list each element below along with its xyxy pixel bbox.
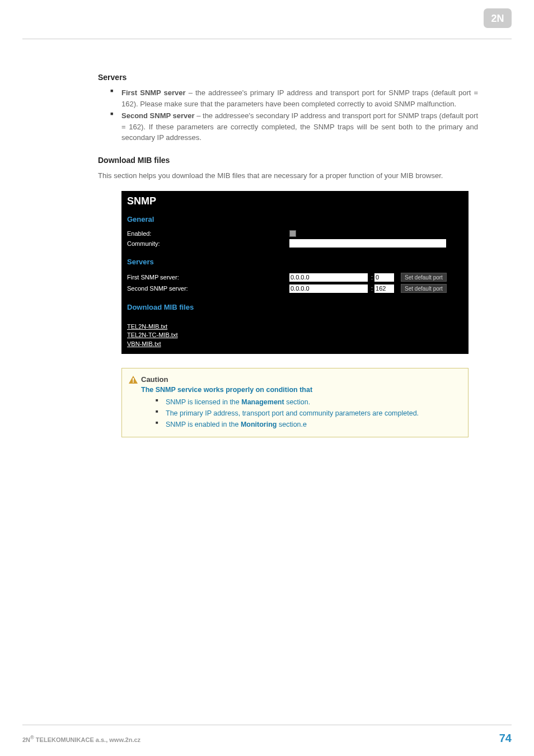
download-mib-heading: Download MIB files xyxy=(98,156,478,165)
first-snmp-ip-input[interactable] xyxy=(289,273,368,282)
community-label: Community: xyxy=(127,240,289,247)
brand-logo: 2N xyxy=(484,8,512,28)
set-default-port-button[interactable]: Set default port xyxy=(401,273,447,282)
second-snmp-label: Second SNMP server: xyxy=(127,285,289,292)
second-snmp-ip-input[interactable] xyxy=(289,284,368,293)
page-number: 74 xyxy=(499,732,512,745)
first-snmp-label: First SNMP server: xyxy=(127,274,289,281)
caution-item: SNMP is enabled in the Monitoring sectio… xyxy=(166,419,460,430)
first-snmp-port-input[interactable] xyxy=(374,273,394,282)
general-section-label: General xyxy=(127,215,463,223)
snmp-config-screenshot: SNMP General Enabled: Community: Servers… xyxy=(121,191,469,354)
servers-heading: Servers xyxy=(98,73,478,82)
caution-item: The primary IP address, transport port a… xyxy=(166,408,460,419)
mib-file-link[interactable]: TEL2N-TC-MIB.txt xyxy=(127,331,463,339)
snmp-title: SNMP xyxy=(127,195,463,207)
mib-file-link[interactable]: VBN-MIB.txt xyxy=(127,340,463,348)
list-item: Second SNMP server – the addressee's sec… xyxy=(121,110,478,143)
second-snmp-port-input[interactable] xyxy=(374,284,394,293)
caution-item: SNMP is licensed in the Management secti… xyxy=(166,397,460,408)
colon-separator: : xyxy=(371,285,373,292)
list-item: First SNMP server – the addressee's prim… xyxy=(121,87,478,109)
svg-rect-3 xyxy=(133,381,134,382)
colon-separator: : xyxy=(371,274,373,281)
caution-subtitle: The SNMP service works properly on condi… xyxy=(141,386,460,394)
mib-file-link[interactable]: TEL2N-MIB.txt xyxy=(127,323,463,331)
caution-admonition: Caution The SNMP service works properly … xyxy=(121,368,469,437)
set-default-port-button[interactable]: Set default port xyxy=(401,284,447,293)
svg-text:2N: 2N xyxy=(491,13,504,24)
enabled-label: Enabled: xyxy=(127,230,289,237)
enabled-checkbox[interactable] xyxy=(289,230,296,237)
footer-company: 2N® TELEKOMUNIKACE a.s., www.2n.cz xyxy=(22,735,140,743)
caution-title: Caution xyxy=(141,375,460,384)
servers-section-label: Servers xyxy=(127,258,463,266)
download-mib-intro: This section helps you download the MIB … xyxy=(98,170,478,181)
svg-rect-2 xyxy=(133,378,134,381)
download-mib-section-label: Download MIB files xyxy=(127,303,463,311)
community-input[interactable] xyxy=(289,239,446,248)
caution-icon xyxy=(129,376,138,386)
